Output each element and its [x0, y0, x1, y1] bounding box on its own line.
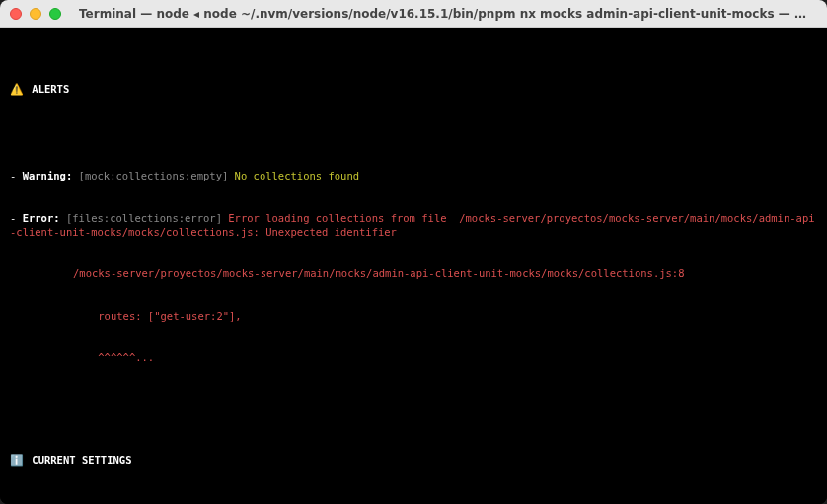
error-label: Error:	[23, 212, 60, 224]
error-trace-3: ^^^^^^...	[10, 350, 817, 364]
error-tag: [files:collections:error]	[66, 212, 222, 224]
terminal-window: Terminal — node ◂ node ~/.nvm/versions/n…	[0, 0, 827, 504]
info-icon: ℹ️	[10, 454, 24, 467]
titlebar[interactable]: Terminal — node ◂ node ~/.nvm/versions/n…	[0, 0, 827, 28]
traffic-lights	[10, 8, 61, 20]
warning-tag: [mock:collections:empty]	[79, 170, 229, 181]
error-trace-1: /mocks-server/proyectos/mocks-server/mai…	[10, 266, 817, 280]
alerts-title: ALERTS	[32, 83, 69, 95]
warning-label: Warning:	[23, 170, 73, 181]
settings-title: CURRENT SETTINGS	[32, 454, 131, 466]
window-title: Terminal — node ◂ node ~/.nvm/versions/n…	[79, 7, 807, 21]
settings-header: ℹ️ CURRENT SETTINGS	[10, 453, 817, 468]
warning-icon: ⚠️	[10, 83, 24, 96]
alert-warning-line: Warning: [mock:collections:empty] No col…	[10, 169, 817, 182]
error-message: Error loading collections from file	[228, 212, 446, 224]
alert-error-line: Error: [files:collections:error] Error l…	[10, 211, 817, 239]
terminal-body[interactable]: ⚠️ ALERTS Warning: [mock:collections:emp…	[0, 28, 827, 504]
error-trace-2: routes: ["get-user:2"],	[10, 309, 817, 323]
alerts-header: ⚠️ ALERTS	[10, 82, 817, 98]
maximize-icon[interactable]	[49, 8, 61, 20]
warning-message: No collections found	[235, 170, 359, 181]
close-icon[interactable]	[10, 8, 22, 20]
minimize-icon[interactable]	[30, 8, 41, 20]
